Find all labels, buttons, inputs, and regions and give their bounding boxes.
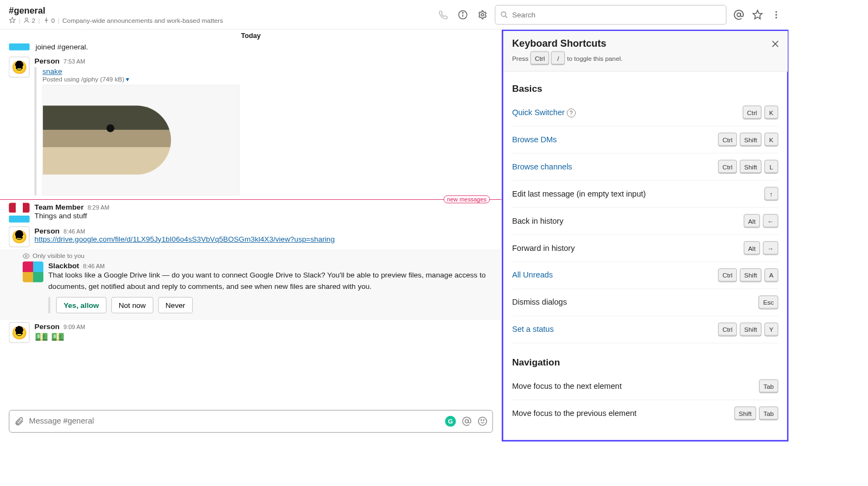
message-time: 7:53 AM (63, 58, 85, 65)
shortcut-label[interactable]: All Unreads (512, 271, 553, 280)
avatar[interactable]: 🙂 (9, 322, 29, 343)
svg-point-17 (483, 420, 484, 421)
shortcut-row: Quick Switcher? CtrlK (512, 99, 778, 127)
message-sender[interactable]: Person (35, 226, 60, 235)
system-message: joined #general. (0, 41, 502, 55)
help-icon[interactable]: ? (567, 108, 576, 117)
not-now-button[interactable]: Not now (111, 297, 153, 313)
message-text: That looks like a Google Drive link — do… (48, 270, 493, 292)
shortcut-row: Dismiss dialogs Esc (512, 289, 778, 316)
shortcut-row: Set a status CtrlShiftY (512, 316, 778, 343)
shortcut-row: Move focus to the next element Tab (512, 373, 778, 400)
message-sender[interactable]: Person (35, 322, 60, 330)
shortcut-label: Dismiss dialogs (512, 298, 567, 307)
eye-icon (23, 253, 30, 260)
shortcut-label: Forward in history (512, 244, 575, 253)
section-navigation: Navigation (512, 357, 778, 368)
svg-point-4 (462, 12, 463, 13)
mention-icon[interactable] (462, 416, 471, 426)
svg-point-12 (775, 17, 777, 18)
svg-point-6 (501, 11, 506, 16)
member-count[interactable]: 2 (23, 16, 35, 24)
more-icon[interactable] (771, 9, 782, 20)
shortcut-label[interactable]: Quick Switcher (512, 108, 565, 116)
panel-title: Keyboard Shortcuts (512, 38, 778, 49)
composer-input[interactable] (29, 417, 441, 426)
shortcut-label: Move focus to the previous element (512, 409, 636, 418)
emoji-icon[interactable] (477, 416, 487, 426)
svg-marker-9 (753, 10, 762, 18)
message: 🙂 Person 9:09 AM 💵 💵 (0, 320, 502, 345)
close-icon[interactable] (770, 39, 780, 49)
ephemeral-message: Only visible to you Slackbot 8:46 AM Tha… (0, 249, 502, 320)
avatar[interactable]: 🙂 (9, 56, 29, 77)
message: 🙂 Person 7:53 AM snake Posted using /gip… (0, 55, 502, 198)
message-time: 8:29 AM (88, 204, 110, 211)
star-channel[interactable] (9, 17, 16, 24)
svg-point-10 (775, 11, 777, 12)
svg-point-15 (478, 417, 487, 425)
yes-allow-button[interactable]: Yes, allow (56, 297, 106, 313)
attachment-image[interactable] (42, 85, 239, 195)
channel-header: #general | 2 | 0 | Company-wide announce… (0, 0, 789, 30)
shortcut-label[interactable]: Set a status (512, 325, 554, 334)
channel-topic[interactable]: Company-wide announcements and work-base… (62, 16, 223, 24)
message-time: 8:46 AM (83, 263, 105, 270)
message-text: Things and stuff (35, 211, 493, 219)
svg-point-5 (481, 14, 484, 16)
mentions-icon[interactable] (733, 9, 744, 20)
svg-marker-0 (9, 17, 15, 23)
svg-point-14 (465, 420, 468, 423)
shortcut-row: Edit last message (in empty text input) … (512, 181, 778, 208)
never-button[interactable]: Never (158, 297, 193, 313)
message-link[interactable]: https://drive.google.com/file/d/1LX95Jy1… (35, 235, 335, 243)
shortcut-row: Move focus to the previous element Shift… (512, 400, 778, 427)
message-list: Today joined #general. 🙂 Person 7:53 AM (0, 30, 502, 442)
pinned-count[interactable]: 0 (43, 16, 55, 24)
shortcut-label: Edit last message (in empty text input) (512, 190, 646, 198)
shortcut-row: Forward in history Alt→ (512, 235, 778, 262)
svg-point-8 (737, 12, 741, 16)
shortcut-row: Back in history Alt← (512, 207, 778, 235)
paperclip-icon[interactable] (14, 416, 24, 426)
message: 🙂 Person 8:46 AM https://drive.google.co… (0, 224, 502, 249)
shortcut-label[interactable]: Browse DMs (512, 135, 557, 144)
shortcut-label[interactable]: Browse channels (512, 162, 572, 171)
chevron-down-icon[interactable]: ▾ (126, 75, 129, 83)
new-messages-divider: new messages (0, 199, 502, 200)
message-sender[interactable]: Team Member (35, 203, 84, 211)
section-basics: Basics (512, 84, 778, 94)
svg-point-11 (775, 14, 777, 15)
message-sender[interactable]: Person (35, 56, 60, 65)
message-composer[interactable]: G (9, 410, 493, 433)
svg-line-7 (505, 16, 507, 18)
grammarly-icon[interactable]: G (445, 416, 456, 427)
shortcut-label: Move focus to the next element (512, 382, 622, 390)
message-sender[interactable]: Slackbot (48, 262, 79, 270)
avatar[interactable] (9, 203, 29, 212)
message-time: 8:46 AM (63, 228, 85, 235)
avatar[interactable] (23, 262, 43, 282)
channel-name[interactable]: #general (9, 5, 437, 16)
shortcut-row: All Unreads CtrlShiftA (512, 262, 778, 289)
gear-icon[interactable] (477, 9, 488, 20)
phone-icon[interactable] (438, 9, 449, 20)
shortcut-label: Back in history (512, 217, 564, 225)
svg-point-16 (481, 420, 482, 421)
search-input[interactable] (495, 5, 726, 24)
search-icon (500, 11, 508, 19)
attachment-meta: Posted using /giphy (749 kB) (42, 75, 124, 83)
star-icon[interactable] (752, 9, 763, 20)
shortcut-row: Browse DMs CtrlShiftK (512, 127, 778, 154)
date-divider: Today (0, 30, 502, 42)
message-time: 9:09 AM (63, 324, 85, 331)
attachment-title[interactable]: snake (42, 67, 62, 75)
avatar[interactable]: 🙂 (9, 226, 29, 247)
svg-point-1 (25, 18, 28, 20)
shortcut-row: Browse channels CtrlShiftL (512, 154, 778, 181)
info-icon[interactable] (457, 9, 468, 20)
message: Team Member 8:29 AM Things and stuff (0, 201, 502, 225)
keyboard-shortcuts-panel: Keyboard Shortcuts Press Ctrl / to toggl… (502, 30, 789, 442)
svg-point-13 (25, 255, 27, 256)
message-text: 💵 💵 (35, 331, 493, 344)
